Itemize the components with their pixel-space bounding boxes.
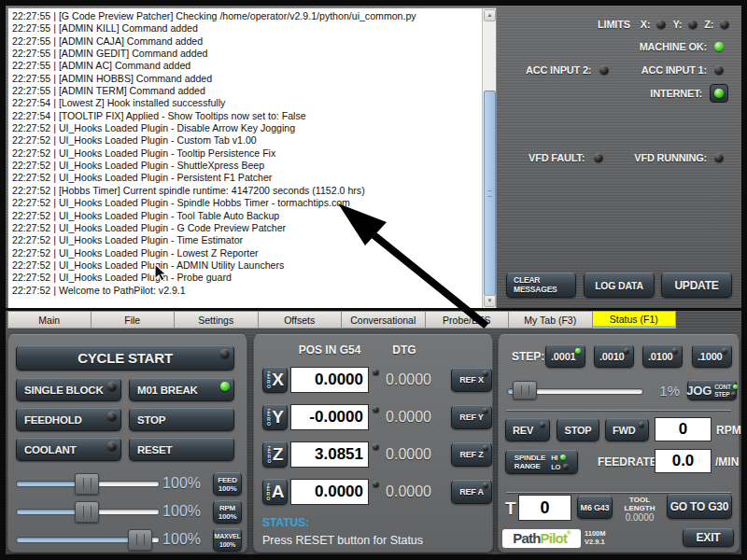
- scrollbar-thumb[interactable]: [484, 91, 496, 296]
- feedhold-button[interactable]: FEEDHOLD: [16, 408, 121, 431]
- coolant-button[interactable]: COOLANT: [16, 438, 121, 461]
- jog-step-mode-label: STEP: [714, 391, 729, 398]
- tab-settings[interactable]: Settings: [175, 311, 259, 329]
- ref-y-button[interactable]: REF Y: [451, 405, 492, 429]
- rpm-reset-button[interactable]: RPM 100%: [213, 500, 242, 524]
- limits-label: LIMITS: [598, 19, 630, 30]
- log-data-button[interactable]: LOG DATA: [584, 273, 655, 298]
- maxvel-override-value: 100%: [158, 531, 201, 548]
- clear-messages-button[interactable]: CLEAR MESSAGES: [506, 273, 576, 298]
- feed-override-handle[interactable]: [75, 473, 99, 495]
- log-output: 22:27:55 | [G Code Preview Patcher] Chec…: [12, 10, 479, 306]
- spindle-stop-button[interactable]: STOP: [557, 418, 599, 441]
- feedhold-led: [107, 412, 117, 421]
- ref-a-label: REF A: [459, 487, 484, 497]
- ref-y-label: REF Y: [459, 413, 483, 422]
- axis-x-letter: X: [272, 370, 283, 390]
- tab-file[interactable]: File: [92, 311, 176, 329]
- zero-z-button[interactable]: ZERO Z: [262, 441, 288, 468]
- spindle-fwd-label: FWD: [613, 425, 635, 436]
- coolant-label: COOLANT: [24, 444, 76, 455]
- jog-speed-handle[interactable]: [513, 381, 537, 399]
- exit-button[interactable]: EXIT: [683, 528, 734, 547]
- feed-override-value: 100%: [158, 475, 201, 492]
- log-line: 22:27:55 | [ADMIN AC] Command added: [12, 60, 479, 72]
- spindle-fwd-button[interactable]: FWD: [605, 418, 649, 441]
- ref-x-led: [483, 371, 488, 376]
- maxvel-override-handle[interactable]: [128, 529, 152, 551]
- feedrate-label: FEEDRATE:: [598, 455, 661, 469]
- jog-step-1000-button[interactable]: .1000: [692, 344, 732, 368]
- jog-step-0100-label: .0100: [648, 351, 673, 362]
- spindle-lo-label: LO: [551, 463, 560, 471]
- log-line: 22:27:55 | [ADMIN HOBBS] Command added: [12, 73, 479, 85]
- stop-label: STOP: [137, 414, 165, 426]
- pathpilot-screen: 22:27:55 | [G Code Preview Patcher] Chec…: [0, 0, 747, 560]
- feed-reset-button[interactable]: FEED 100%: [213, 472, 242, 496]
- z-pos-display[interactable]: 3.0851: [290, 441, 369, 468]
- tab-status-f1[interactable]: Status (F1): [593, 311, 677, 329]
- reset-button[interactable]: RESET: [129, 438, 234, 461]
- registered-mark-icon: ®: [567, 529, 571, 537]
- tab-main[interactable]: Main: [7, 311, 92, 329]
- scroll-up-icon[interactable]: ▲: [484, 9, 496, 21]
- divider-2: [506, 492, 731, 493]
- tab-probe-ets[interactable]: Probe/ETS: [426, 311, 510, 329]
- log-scrollbar[interactable]: ▲ ▼: [482, 8, 496, 308]
- log-line: 22:27:55 | [ADMIN CAJA] Command added: [12, 35, 479, 48]
- goto-g30-button[interactable]: GO TO G30: [667, 494, 732, 519]
- scroll-down-icon[interactable]: ▼: [484, 295, 496, 307]
- maxvel-reset-button[interactable]: MAXVEL 100%: [213, 528, 242, 552]
- m01-break-button[interactable]: M01 BREAK: [129, 378, 234, 401]
- y-pos-display[interactable]: -0.0000: [290, 404, 369, 430]
- tab-offsets[interactable]: Offsets: [259, 311, 343, 329]
- m6-g43-button[interactable]: M6 G43: [577, 496, 613, 519]
- spindle-range-button[interactable]: SPINDLE RANGE HI LO: [505, 450, 578, 474]
- internet-led-button: [710, 84, 728, 103]
- log-line: 22:27:52 | UI_Hooks Loaded Plugin - Tool…: [12, 210, 479, 222]
- zero-a-button[interactable]: ZERO A: [262, 479, 288, 505]
- coolant-led: [107, 441, 117, 451]
- zero-y-button[interactable]: ZERO Y: [262, 404, 288, 430]
- spindle-lo-led: [563, 464, 569, 469]
- zero-x-button[interactable]: ZERO X: [262, 367, 288, 393]
- jog-step-0100-button[interactable]: .0100: [642, 344, 683, 368]
- feedrate-display[interactable]: 0.0: [655, 449, 712, 473]
- spindle-rpm-display[interactable]: 0: [655, 417, 712, 441]
- ref-x-button[interactable]: REF X: [451, 368, 492, 392]
- x-pos-display[interactable]: 0.0000: [290, 367, 369, 393]
- x-dro-led: [373, 369, 379, 375]
- tab-my-tab-f3[interactable]: My Tab (F3): [509, 311, 593, 329]
- zero-z-label: ZERO: [267, 446, 272, 463]
- stop-button[interactable]: STOP: [129, 408, 234, 431]
- axis-a-letter: A: [272, 482, 285, 502]
- ref-z-button[interactable]: REF Z: [451, 442, 492, 467]
- feed-reset-label: FEED: [218, 476, 237, 484]
- log-line: 22:27:52 | UI_Hooks Loaded Plugin - G Co…: [12, 222, 479, 234]
- tab-conversational[interactable]: Conversational: [342, 311, 426, 329]
- log-line: 22:27:54 | [TOOLTIP FIX] Applied - Show …: [12, 110, 479, 122]
- single-block-label: SINGLE BLOCK: [24, 385, 104, 396]
- jog-step-1000-led: [722, 348, 727, 354]
- jog-step-0001-button[interactable]: .0001: [545, 344, 585, 368]
- ref-a-button[interactable]: REF A: [451, 480, 492, 504]
- cycle-start-button[interactable]: CYCLE START: [16, 345, 234, 371]
- tool-number-input[interactable]: 0: [518, 495, 571, 521]
- log-line: 22:27:55 | [ADMIN GEDIT] Command added: [12, 48, 479, 60]
- jog-mode-button[interactable]: JOG CONT STEP: [687, 380, 737, 400]
- single-block-button[interactable]: SINGLE BLOCK: [16, 378, 121, 401]
- rpm-override-handle[interactable]: [75, 501, 99, 523]
- jog-step-0010-button[interactable]: .0010: [594, 344, 634, 368]
- limits-z-label: Z:: [704, 19, 713, 30]
- spindle-rev-button[interactable]: REV: [505, 418, 550, 441]
- a-pos-display[interactable]: 0.0000: [290, 479, 369, 505]
- jog-step-mode-led: [731, 392, 736, 397]
- log-line: 22:27:52 | UI_Hooks Loaded Plugin - Time…: [12, 234, 479, 246]
- jog-mode-label: JOG: [686, 384, 712, 398]
- step-label: STEP:: [512, 350, 544, 363]
- spindle-range-label-2: RANGE: [514, 462, 545, 470]
- limits-x-label: X:: [641, 19, 651, 30]
- vfd-fault-led: [594, 153, 603, 162]
- update-button[interactable]: UPDATE: [661, 273, 732, 298]
- spindle-rev-led: [540, 422, 545, 427]
